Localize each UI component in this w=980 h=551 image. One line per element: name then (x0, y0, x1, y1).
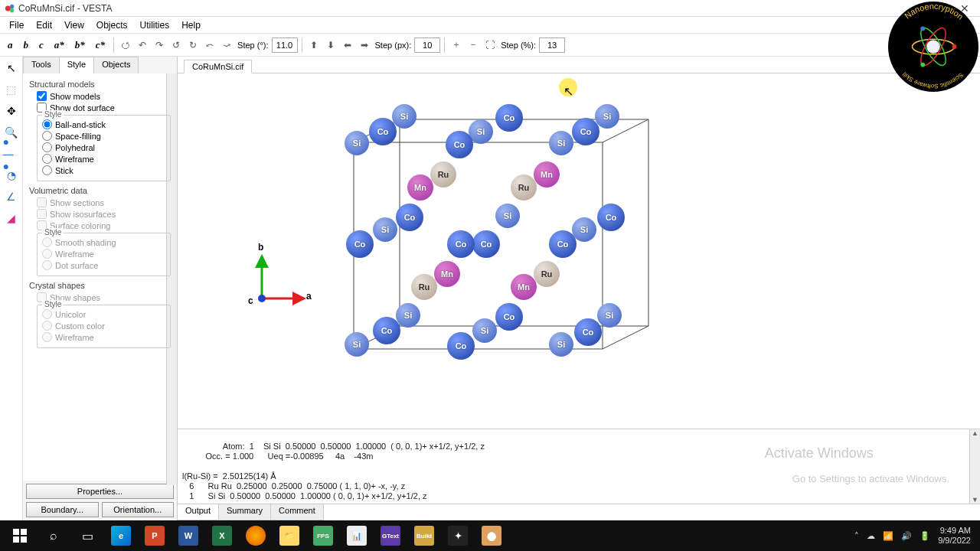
doc-tab[interactable]: CoRuMnSi.cif (184, 60, 252, 73)
fit-icon[interactable]: ⛶ (482, 37, 498, 53)
tilt-right-icon[interactable]: ⤻ (219, 37, 234, 53)
atom-co[interactable]: Co (369, 118, 397, 145)
output-tab-summary[interactable]: Summary (218, 504, 271, 520)
atom-ru[interactable]: Ru (430, 161, 456, 187)
tray-cloud-icon[interactable]: ☁ (867, 531, 875, 541)
edge-icon[interactable]: e (104, 522, 138, 549)
atom-co[interactable]: Co (572, 118, 599, 145)
app4-icon[interactable]: Build (407, 522, 441, 549)
move-left-icon[interactable]: ⬅ (340, 37, 355, 53)
atom-si[interactable]: Si (472, 318, 497, 343)
move-up-icon[interactable]: ⬆ (306, 37, 322, 53)
properties-button[interactable]: Properties... (26, 484, 174, 499)
axis-bstar-button[interactable]: b* (70, 37, 90, 53)
rotate-tool-icon[interactable]: ⭯ (118, 37, 133, 53)
atom-si[interactable]: Si (572, 217, 596, 242)
app2-icon[interactable]: 📊 (340, 522, 374, 549)
axis-c-button[interactable]: c (34, 37, 48, 53)
dihedral-tool-icon[interactable]: ∠ (3, 188, 20, 205)
tray-battery-icon[interactable]: 🔋 (920, 531, 930, 541)
atom-ru[interactable]: Ru (511, 174, 537, 201)
atom-mn[interactable]: Mn (511, 274, 537, 300)
step-deg-input[interactable] (272, 37, 298, 53)
ppt-icon[interactable]: P (138, 522, 172, 549)
atom-co[interactable]: Co (495, 104, 523, 132)
start-button[interactable] (3, 522, 37, 549)
output-tab-output[interactable]: Output (177, 504, 219, 520)
atom-mn[interactable]: Mn (407, 174, 433, 201)
atom-si[interactable]: Si (549, 332, 573, 357)
bond-tool-icon[interactable]: ●—● (3, 145, 20, 162)
tray-wifi-icon[interactable]: 📶 (883, 531, 893, 541)
explorer-icon[interactable]: 📁 (273, 522, 306, 549)
atom-co[interactable]: Co (446, 131, 473, 158)
boundary-button[interactable]: Boundary... (26, 502, 99, 517)
atom-si[interactable]: Si (345, 131, 369, 155)
step-px-input[interactable] (414, 37, 440, 53)
axis-a-button[interactable]: a (3, 37, 18, 53)
ball-stick-radio[interactable] (42, 119, 52, 129)
atom-si[interactable]: Si (373, 217, 397, 242)
tab-objects[interactable]: Objects (93, 57, 139, 73)
atom-si[interactable]: Si (345, 332, 369, 357)
atom-si[interactable]: Si (597, 303, 622, 328)
axis-cstar-button[interactable]: c* (91, 37, 109, 53)
atom-co[interactable]: Co (373, 317, 400, 344)
rot-up-icon[interactable]: ↶ (135, 37, 150, 53)
axis-b-button[interactable]: b (19, 37, 34, 53)
atom-co[interactable]: Co (447, 332, 475, 360)
atom-ru[interactable]: Ru (534, 261, 560, 287)
output-text[interactable]: Atom: 1 Si Si 0.50000 0.50000 1.00000 ( … (178, 429, 980, 504)
rot-down-icon[interactable]: ↷ (152, 37, 167, 53)
menu-edit[interactable]: Edit (30, 18, 58, 32)
tray-chevron-icon[interactable]: ˄ (854, 531, 859, 541)
rot-right-icon[interactable]: ↻ (185, 37, 201, 53)
clock[interactable]: 9:49 AM 9/9/2022 (938, 526, 971, 546)
step-pct-input[interactable] (539, 37, 565, 53)
taskview-button[interactable]: ▭ (70, 522, 104, 549)
menu-view[interactable]: View (58, 18, 90, 32)
output-scrollbar[interactable]: ▲▼ (969, 429, 980, 504)
stick-radio[interactable] (42, 165, 52, 175)
atom-mn[interactable]: Mn (534, 161, 560, 187)
vesta-icon[interactable]: ✦ (441, 522, 475, 549)
app1-icon[interactable]: FPS (306, 522, 340, 549)
menu-file[interactable]: File (3, 18, 30, 32)
atom-co[interactable]: Co (447, 230, 475, 258)
zoom-in-icon[interactable]: ＋ (449, 37, 464, 53)
word-icon[interactable]: W (172, 522, 205, 549)
menu-utilities[interactable]: Utilities (134, 18, 176, 32)
atom-si[interactable]: Si (549, 131, 573, 155)
move-right-icon[interactable]: ➡ (357, 37, 372, 53)
atom-mn[interactable]: Mn (434, 261, 460, 287)
axis-astar-button[interactable]: a* (50, 37, 69, 53)
atom-si[interactable]: Si (392, 104, 416, 129)
tab-tools[interactable]: Tools (23, 57, 60, 73)
plane-tool-icon[interactable]: ◢ (3, 210, 20, 227)
rot-left-icon[interactable]: ↺ (168, 37, 184, 53)
show-models-check[interactable] (37, 91, 47, 101)
polyhedral-radio[interactable] (42, 142, 52, 152)
tab-style[interactable]: Style (59, 57, 94, 73)
tray[interactable]: ˄ ☁ 📶 🔊 🔋 9:49 AM 9/9/2022 (854, 526, 977, 546)
atom-co[interactable]: Co (574, 318, 602, 346)
app5-icon[interactable]: ⬤ (475, 522, 508, 549)
move-down-icon[interactable]: ⬇ (323, 37, 338, 53)
pointer-tool-icon[interactable]: ↖ (3, 60, 20, 77)
menu-help[interactable]: Help (175, 18, 207, 32)
tray-sound-icon[interactable]: 🔊 (901, 531, 912, 541)
atom-co[interactable]: Co (472, 230, 500, 258)
zoom-out-icon[interactable]: － (466, 37, 481, 53)
angle-tool-icon[interactable]: ◔ (3, 167, 20, 184)
orientation-button[interactable]: Orientation... (102, 502, 175, 517)
menu-objects[interactable]: Objects (90, 18, 134, 32)
search-button[interactable]: ⌕ (37, 522, 70, 549)
excel-icon[interactable]: X (205, 522, 239, 549)
atom-co[interactable]: Co (396, 204, 423, 231)
atom-ru[interactable]: Ru (411, 274, 437, 300)
app3-icon[interactable]: GText (374, 522, 407, 549)
atom-si[interactable]: Si (495, 204, 520, 228)
tilt-left-icon[interactable]: ⤺ (202, 37, 217, 53)
select-tool-icon[interactable]: ⬚ (3, 81, 20, 98)
firefox-icon[interactable] (239, 522, 273, 549)
